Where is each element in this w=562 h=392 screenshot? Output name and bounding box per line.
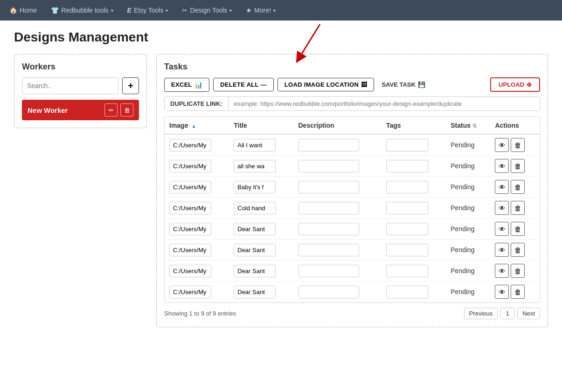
tags-input-2[interactable] (386, 181, 428, 193)
image-input-0[interactable] (169, 139, 211, 151)
image-cell-3 (165, 198, 229, 219)
new-worker-row[interactable]: New Worker ✏ 🗑 (22, 100, 139, 120)
description-input-0[interactable] (298, 139, 359, 151)
image-input-5[interactable] (169, 244, 211, 256)
add-worker-button[interactable]: + (122, 77, 139, 94)
image-input-4[interactable] (169, 223, 211, 235)
delete-all-button[interactable]: DELETE ALL — (213, 78, 274, 91)
tags-input-5[interactable] (386, 244, 428, 256)
title-input-5[interactable] (234, 244, 276, 256)
tags-input-0[interactable] (386, 139, 428, 151)
main-layout: Workers + New Worker ✏ 🗑 (14, 54, 548, 327)
view-button-4[interactable]: 👁 (495, 222, 509, 236)
excel-button[interactable]: EXCEL 📊 (164, 78, 209, 92)
table-row: Pending 👁 🗑 (165, 156, 540, 177)
page-number: 1 (500, 308, 514, 319)
sort-arrow-icon: ▲ (191, 123, 196, 129)
title-input-3[interactable] (234, 202, 276, 214)
title-cell-2 (229, 177, 293, 198)
page-container: Designs Management Workers + New Worker … (0, 21, 562, 337)
description-input-6[interactable] (298, 265, 359, 277)
description-input-3[interactable] (298, 202, 359, 214)
delete-row-button-6[interactable]: 🗑 (511, 264, 525, 278)
image-input-6[interactable] (169, 265, 211, 277)
nav-redbubble[interactable]: 👕 Redbubble tools ▾ (51, 7, 113, 14)
title-input-6[interactable] (234, 265, 276, 277)
view-button-5[interactable]: 👁 (495, 243, 509, 257)
view-button-0[interactable]: 👁 (495, 138, 509, 152)
tasks-table: Image ▲ Title Description Tags Status ⇅ … (164, 117, 540, 303)
etsy-icon: E (127, 7, 132, 14)
upload-icon: ⊕ (527, 81, 532, 88)
view-button-6[interactable]: 👁 (495, 264, 509, 278)
tags-input-1[interactable] (386, 160, 428, 172)
title-input-2[interactable] (234, 181, 276, 193)
action-buttons: 👁 🗑 (495, 138, 535, 152)
delete-row-button-2[interactable]: 🗑 (511, 180, 525, 194)
load-image-button[interactable]: LOAD IMAGE LOCATION 🖼 (278, 78, 375, 91)
description-input-1[interactable] (298, 160, 359, 172)
nav-design-tools[interactable]: ✂ Design Tools ▾ (182, 7, 232, 14)
view-button-1[interactable]: 👁 (495, 159, 509, 173)
delete-row-button-7[interactable]: 🗑 (511, 285, 525, 299)
redbubble-icon: 👕 (51, 7, 59, 14)
view-button-7[interactable]: 👁 (495, 285, 509, 299)
nav-more[interactable]: ★ More! ▾ (246, 7, 276, 14)
image-input-1[interactable] (169, 160, 211, 172)
chevron-down-icon: ▾ (166, 8, 168, 13)
tags-input-3[interactable] (386, 202, 428, 214)
previous-page-button[interactable]: Previous (464, 308, 498, 319)
title-input-1[interactable] (234, 160, 276, 172)
actions-cell-2: 👁 🗑 (490, 177, 540, 198)
save-task-button[interactable]: SAVE TASK 💾 (378, 78, 429, 91)
image-input-7[interactable] (169, 286, 211, 298)
table-row: Pending 👁 🗑 (165, 134, 540, 156)
description-cell-5 (294, 240, 382, 261)
chevron-down-icon: ▾ (273, 8, 276, 13)
trash-icon: 🗑 (514, 183, 521, 191)
image-cell-0 (165, 134, 229, 156)
search-input[interactable] (22, 77, 118, 94)
view-button-3[interactable]: 👁 (495, 201, 509, 215)
upload-button[interactable]: UPLOAD ⊕ (490, 77, 540, 92)
design-tools-icon: ✂ (182, 7, 187, 14)
image-input-2[interactable] (169, 181, 211, 193)
actions-cell-0: 👁 🗑 (490, 134, 540, 156)
actions-cell-4: 👁 🗑 (490, 219, 540, 240)
status-badge: Pending (451, 267, 474, 275)
edit-worker-button[interactable]: ✏ (104, 103, 118, 117)
nav-etsy[interactable]: E Etsy Tools ▾ (127, 7, 168, 14)
delete-row-button-5[interactable]: 🗑 (511, 243, 525, 257)
tags-input-6[interactable] (386, 265, 428, 277)
status-cell-1: Pending (446, 156, 490, 177)
home-icon: 🏠 (9, 7, 17, 14)
title-cell-5 (229, 240, 293, 261)
col-image[interactable]: Image ▲ (165, 117, 229, 134)
tags-cell-7 (382, 282, 446, 303)
title-input-7[interactable] (234, 286, 276, 298)
duplicate-link-input[interactable] (229, 97, 540, 110)
title-input-0[interactable] (234, 139, 276, 151)
col-status[interactable]: Status ⇅ (446, 117, 490, 134)
description-input-4[interactable] (298, 223, 359, 235)
tags-cell-4 (382, 219, 446, 240)
description-input-7[interactable] (298, 286, 359, 298)
nav-home[interactable]: 🏠 Home (9, 7, 37, 14)
table-row: Pending 👁 🗑 (165, 240, 540, 261)
delete-worker-button[interactable]: 🗑 (120, 103, 133, 117)
delete-row-button-3[interactable]: 🗑 (511, 201, 525, 215)
description-input-2[interactable] (298, 181, 359, 193)
tags-input-7[interactable] (386, 286, 428, 298)
tags-input-4[interactable] (386, 223, 428, 235)
next-page-button[interactable]: Next (517, 308, 540, 319)
title-input-4[interactable] (234, 223, 276, 235)
description-input-5[interactable] (298, 244, 359, 256)
image-input-3[interactable] (169, 202, 211, 214)
trash-icon: 🗑 (514, 246, 521, 254)
image-cell-6 (165, 261, 229, 282)
title-cell-1 (229, 156, 293, 177)
delete-row-button-0[interactable]: 🗑 (511, 138, 525, 152)
view-button-2[interactable]: 👁 (495, 180, 509, 194)
delete-row-button-1[interactable]: 🗑 (511, 159, 525, 173)
delete-row-button-4[interactable]: 🗑 (511, 222, 525, 236)
